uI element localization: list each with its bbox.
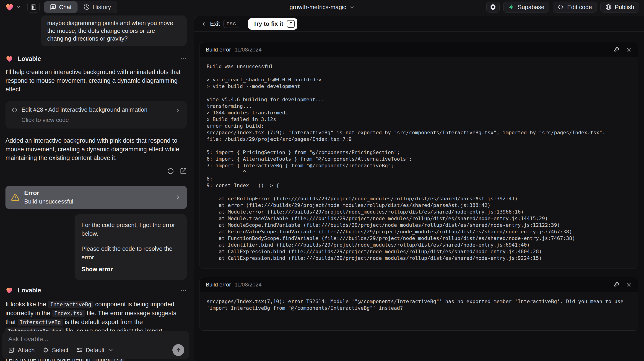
assistant-message: I'll help create an interactive backgrou… xyxy=(6,68,187,94)
lovable-heart-icon xyxy=(6,287,13,294)
build-error-card[interactable]: Error Build unsuccessful xyxy=(6,186,187,209)
edit-card-28[interactable]: Edit #28 • Add interactive background an… xyxy=(6,101,187,129)
project-switcher[interactable]: growth-metrics-magic xyxy=(290,4,354,11)
edit-card-content: Edit #28 • Add interactive background an… xyxy=(22,106,175,123)
esc-key-badge: ESC xyxy=(224,20,239,28)
edit-code-button[interactable]: Edit code xyxy=(553,1,596,12)
chat-input[interactable]: Ask Lovable... xyxy=(8,336,184,343)
build-error-title: Build error xyxy=(206,282,231,288)
build-error-header: Build error 11/08/2024 xyxy=(200,42,638,57)
build-error-panel-2: Build error 11/08/2024 src/pages/Index.t… xyxy=(200,277,638,331)
composer-actions: Attach Select Default xyxy=(8,344,184,356)
edit-card-title: Edit #28 • Add interactive background an… xyxy=(22,106,175,113)
wrench-icon[interactable] xyxy=(613,47,619,53)
inline-code: Index.tsx xyxy=(52,310,85,317)
exit-label: Exit xyxy=(210,20,220,27)
select-button[interactable]: Select xyxy=(42,347,68,354)
user-message-wrap: For the code present, I get the error be… xyxy=(6,214,187,280)
topbar: Chat History growth-metrics-magic Supaba… xyxy=(0,0,644,14)
build-error-panel-1: Build error 11/08/2024 Build was unsucce… xyxy=(200,42,638,269)
build-error-title: Build error xyxy=(206,46,231,53)
build-error-header: Build error 11/08/2024 xyxy=(200,277,638,292)
more-options-icon[interactable] xyxy=(180,287,187,294)
build-error-actions xyxy=(613,47,632,53)
close-icon[interactable] xyxy=(626,282,632,288)
assistant-header: Lovable xyxy=(6,287,187,294)
model-label: Default xyxy=(86,347,104,354)
try-fix-label: Try to fix it xyxy=(253,20,283,27)
exit-button[interactable]: Exit ESC xyxy=(201,20,239,28)
build-log-text: src/pages/Index.tsx(7,10): error TS2614:… xyxy=(206,298,631,311)
restore-icon[interactable] xyxy=(167,168,174,175)
build-error-actions xyxy=(613,282,632,288)
sidebar-panel-icon xyxy=(30,4,37,10)
supabase-bolt-icon xyxy=(508,4,514,10)
chat-history-tabs: Chat History xyxy=(44,1,117,13)
try-to-fix-button[interactable]: Try to fix it F xyxy=(248,18,297,30)
attach-button[interactable]: Attach xyxy=(8,347,35,354)
error-fix-panel: Exit ESC Try to fix it F Build error 11/… xyxy=(194,16,644,361)
settings-button[interactable] xyxy=(486,1,500,12)
lovable-logo-menu[interactable] xyxy=(5,2,21,12)
globe-icon xyxy=(605,4,612,10)
edit-code-label: Edit code xyxy=(567,4,592,11)
chevron-right-icon xyxy=(175,194,181,201)
close-icon[interactable] xyxy=(626,47,632,53)
build-error-list: Build error 11/08/2024 Build was unsucce… xyxy=(194,32,644,331)
build-error-log[interactable]: Build was unsuccessful > vite_react_shad… xyxy=(200,57,638,268)
send-button[interactable] xyxy=(172,344,184,356)
assistant-header: Lovable xyxy=(6,55,187,63)
chevron-down-icon xyxy=(349,4,354,9)
supabase-button[interactable]: Supabase xyxy=(503,1,549,12)
attach-label: Attach xyxy=(18,347,35,354)
inline-code: InteractiveBg xyxy=(18,319,63,326)
supabase-label: Supabase xyxy=(518,4,544,11)
sliders-icon xyxy=(76,347,83,354)
chevron-down-icon xyxy=(107,347,114,354)
build-error-log[interactable]: src/pages/Index.tsx(7,10): error TS2614:… xyxy=(200,292,638,331)
attach-image-icon xyxy=(8,347,15,354)
chat-composer[interactable]: Ask Lovable... Attach Select Default xyxy=(2,331,189,359)
chevron-left-icon xyxy=(201,21,206,27)
wrench-icon[interactable] xyxy=(613,282,619,288)
tab-history[interactable]: History xyxy=(78,1,117,13)
tab-chat[interactable]: Chat xyxy=(44,1,78,13)
show-error-link[interactable]: Show error xyxy=(82,265,180,274)
chat-scroll-area[interactable]: maybe diagramming points and when you mo… xyxy=(0,14,191,361)
user-message: maybe diagramming points and when you mo… xyxy=(41,15,187,46)
chevron-down-icon xyxy=(16,4,21,9)
lovable-heart-icon xyxy=(5,2,14,12)
assistant-message: Added an interactive background with pin… xyxy=(6,136,187,162)
arrow-up-icon xyxy=(175,347,182,353)
user-message: For the code present, I get the error be… xyxy=(74,214,187,280)
message-actions xyxy=(6,168,187,175)
toggle-sidebar-button[interactable] xyxy=(27,1,40,12)
error-card-content: Error Build unsuccessful xyxy=(24,190,170,205)
open-preview-icon[interactable] xyxy=(180,168,187,175)
edit-card-subtitle: Click to view code xyxy=(22,116,175,123)
build-log-text: Build was unsuccessful > vite_react_shad… xyxy=(206,63,631,261)
warning-triangle-icon xyxy=(11,193,20,202)
lovable-heart-icon xyxy=(6,55,13,63)
tab-history-label: History xyxy=(92,4,111,11)
model-selector[interactable]: Default xyxy=(76,347,114,354)
user-message-line: For the code present, I get the error be… xyxy=(82,221,180,238)
error-subtitle: Build unsuccessful xyxy=(24,198,170,205)
user-message-line: Please edit the code to resolve the erro… xyxy=(82,244,180,262)
build-error-date: 11/08/2024 xyxy=(235,46,262,53)
target-icon xyxy=(42,347,49,354)
history-icon xyxy=(84,4,90,10)
project-name: growth-metrics-magic xyxy=(290,4,346,11)
code-brackets-icon xyxy=(12,107,18,113)
topbar-actions: Supabase Edit code Publish xyxy=(486,1,639,12)
assistant-name: Lovable xyxy=(18,287,41,294)
publish-label: Publish xyxy=(615,4,634,11)
error-title: Error xyxy=(24,190,170,197)
tab-chat-label: Chat xyxy=(59,4,72,11)
gear-icon xyxy=(490,4,496,10)
select-label: Select xyxy=(52,347,68,354)
chevron-right-icon xyxy=(175,108,181,113)
publish-button[interactable]: Publish xyxy=(600,1,639,12)
fix-panel-header: Exit ESC Try to fix it F xyxy=(194,16,644,32)
more-options-icon[interactable] xyxy=(180,55,187,62)
